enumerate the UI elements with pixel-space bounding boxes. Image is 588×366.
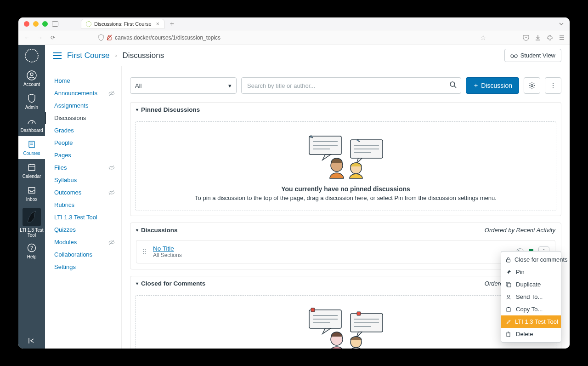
bookmark-star-icon[interactable]: ☆ xyxy=(480,34,486,42)
shield-icon xyxy=(27,93,37,103)
gnav-label: Help xyxy=(26,254,38,259)
lock-icon xyxy=(506,257,511,263)
filter-select[interactable]: All ▾ xyxy=(130,77,237,94)
hamburger-icon[interactable] xyxy=(53,52,62,59)
discussion-title-link[interactable]: No Title xyxy=(153,245,182,252)
pocket-icon[interactable] xyxy=(523,34,529,41)
menu-send-to[interactable]: Send To... xyxy=(501,291,561,303)
gnav-courses[interactable]: Courses xyxy=(18,136,45,159)
forward-button[interactable]: → xyxy=(36,34,44,41)
gnav-inbox[interactable]: Inbox xyxy=(18,182,45,205)
cnav-grades[interactable]: Grades xyxy=(45,124,121,137)
tabs-overflow-icon[interactable] xyxy=(559,21,564,27)
tab-title: Discussions: First Course xyxy=(94,21,152,27)
cnav-lti-tool[interactable]: LTI 1.3 Test Tool xyxy=(45,211,121,223)
canvas-logo-icon[interactable] xyxy=(25,49,39,63)
svg-line-9 xyxy=(32,121,33,124)
back-button[interactable]: ← xyxy=(23,34,31,41)
svg-rect-45 xyxy=(311,308,315,312)
cnav-settings[interactable]: Settings xyxy=(45,261,121,273)
more-options-button[interactable]: ⋮ xyxy=(545,77,561,94)
settings-button[interactable] xyxy=(524,77,540,94)
menu-delete[interactable]: Delete xyxy=(501,328,561,340)
sidebar-toggle-icon[interactable] xyxy=(51,20,59,28)
cnav-home[interactable]: Home xyxy=(45,74,121,87)
menu-duplicate[interactable]: Duplicate xyxy=(501,278,561,291)
send-icon xyxy=(506,294,512,300)
menu-label: Close for comments xyxy=(514,256,568,263)
cnav-outcomes[interactable]: Outcomes xyxy=(45,186,121,199)
window-controls xyxy=(24,21,48,27)
gnav-dashboard[interactable]: Dashboard xyxy=(18,113,45,136)
cnav-discussions[interactable]: Discussions xyxy=(45,112,121,124)
app-frame: Account Admin Dashboard Courses Calendar… xyxy=(18,45,570,349)
cnav-assignments[interactable]: Assignments xyxy=(45,99,121,112)
cnav-syllabus[interactable]: Syllabus xyxy=(45,174,121,186)
cnav-files[interactable]: Files xyxy=(45,161,121,174)
discussions-header[interactable]: ▾ Discussions Ordered by Recent Activity xyxy=(130,223,561,237)
user-circle-icon xyxy=(27,70,37,80)
menu-pin[interactable]: Pin xyxy=(501,266,561,278)
extensions-icon[interactable] xyxy=(547,34,553,41)
menu-label: Send To... xyxy=(516,293,543,300)
shield-icon xyxy=(98,34,104,41)
pinned-header[interactable]: ▾ Pinned Discussions xyxy=(130,103,561,117)
close-window-icon[interactable] xyxy=(24,21,29,27)
closed-panel: ▾ Closed for Comments Ordered by Recent … xyxy=(130,276,561,349)
browser-window: Discussions: First Course × + ← → ⟳ canv… xyxy=(18,17,570,349)
url-box[interactable]: canvas.docker/courses/1/discussion_topic… xyxy=(98,34,475,41)
address-bar: ← → ⟳ canvas.docker/courses/1/discussion… xyxy=(18,30,570,45)
insecure-lock-icon xyxy=(107,34,112,40)
student-view-button[interactable]: Student View xyxy=(504,49,561,62)
gnav-label: LTI 1.3 Test Tool xyxy=(18,228,45,238)
gnav-lti-tool[interactable]: LTI 1.3 Test Tool xyxy=(18,205,45,240)
reload-button[interactable]: ⟳ xyxy=(49,34,57,41)
inbox-icon xyxy=(27,185,37,195)
downloads-icon[interactable] xyxy=(535,34,541,41)
cnav-people[interactable]: People xyxy=(45,137,121,149)
menu-label: Pin xyxy=(516,269,525,275)
discussion-context-menu: Close for comments Pin Duplicate Send To… xyxy=(501,251,561,343)
help-icon: ? xyxy=(27,243,37,253)
cnav-modules[interactable]: Modules xyxy=(45,236,121,248)
gnav-label: Calendar xyxy=(22,174,42,179)
book-icon xyxy=(27,139,37,149)
cnav-collaborations[interactable]: Collaborations xyxy=(45,248,121,261)
gnav-account[interactable]: Account xyxy=(18,67,45,90)
cnav-announcements[interactable]: Announcements xyxy=(45,87,121,99)
gnav-help[interactable]: ? Help xyxy=(18,240,45,263)
pinned-empty-title: You currently have no pinned discussions xyxy=(145,185,547,193)
browser-tab[interactable]: Discussions: First Course × xyxy=(81,19,164,29)
menu-lti-tool[interactable]: LTI 1.3 Test Tool xyxy=(501,315,561,328)
collapse-nav-icon[interactable] xyxy=(28,337,35,344)
svg-point-30 xyxy=(531,85,533,86)
gnav-admin[interactable]: Admin xyxy=(18,90,45,113)
pinned-dropzone[interactable]: You currently have no pinned discussions… xyxy=(135,121,556,211)
maximize-window-icon[interactable] xyxy=(42,21,48,27)
gnav-calendar[interactable]: Calendar xyxy=(18,159,45,182)
closed-title: Closed for Comments xyxy=(141,280,205,287)
breadcrumb-current: Discussions xyxy=(123,51,164,60)
menu-icon[interactable] xyxy=(559,34,565,41)
cnav-pages[interactable]: Pages xyxy=(45,149,121,161)
closed-header[interactable]: ▾ Closed for Comments Ordered by Recent … xyxy=(130,276,561,291)
closed-dropzone[interactable]: You currently have no discussions with c… xyxy=(135,295,556,349)
sort-note: Ordered by Recent Activity xyxy=(485,227,555,234)
breadcrumb-course-link[interactable]: First Course xyxy=(67,51,110,60)
menu-close-comments[interactable]: Close for comments xyxy=(501,253,561,266)
search-input[interactable] xyxy=(241,77,461,94)
add-discussion-button[interactable]: ＋Discussion xyxy=(466,77,519,94)
gnav-label: Account xyxy=(23,82,41,87)
new-tab-button[interactable]: + xyxy=(168,20,176,28)
svg-rect-58 xyxy=(508,307,509,308)
discussion-row[interactable]: ⠿ No Title All Sections xyxy=(136,240,555,263)
gnav-label: Admin xyxy=(24,105,39,110)
tab-close-icon[interactable]: × xyxy=(156,21,159,27)
cnav-rubrics[interactable]: Rubrics xyxy=(45,199,121,211)
minimize-window-icon[interactable] xyxy=(33,21,39,27)
menu-copy-to[interactable]: Copy To... xyxy=(501,303,561,315)
drag-handle-icon[interactable]: ⠿ xyxy=(142,251,147,253)
gnav-label: Inbox xyxy=(25,197,38,202)
search-wrap xyxy=(241,77,461,94)
cnav-quizzes[interactable]: Quizzes xyxy=(45,223,121,236)
